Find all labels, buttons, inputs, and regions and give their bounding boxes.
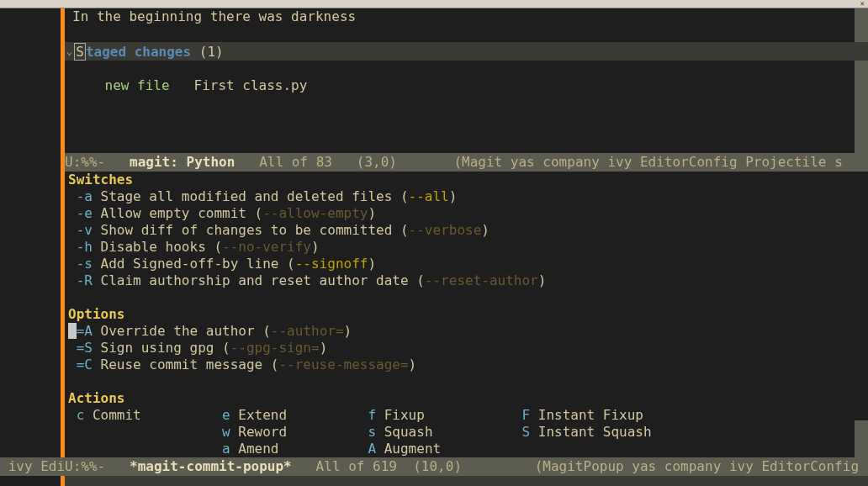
switch-key: -e xyxy=(68,205,101,221)
action-label: Commit xyxy=(93,407,214,423)
action-key: S xyxy=(514,424,538,440)
switches-header: Switches xyxy=(65,172,868,188)
action-item[interactable]: w Reword xyxy=(214,424,359,440)
action-label xyxy=(93,424,214,440)
option-row[interactable]: =C Reuse commit message (--reuse-message… xyxy=(65,357,868,373)
action-label: Instant Squash xyxy=(538,424,652,440)
action-item[interactable]: a Amend xyxy=(214,441,359,457)
option-key: =A xyxy=(77,323,101,339)
close-icon[interactable]: ✕ xyxy=(860,0,865,8)
action-item[interactable]: A Augment xyxy=(360,441,441,457)
staged-label: taged changes xyxy=(86,44,191,60)
minibuffer[interactable] xyxy=(65,476,868,486)
action-row: a Amend A Augment xyxy=(65,441,868,457)
switch-flag: --signoff xyxy=(295,256,368,272)
action-row: w Reword s Squash S Instant Squash xyxy=(65,424,868,441)
modeline-commit-popup: U:%%- *magit-commit-popup* All of 619 (1… xyxy=(65,457,868,476)
option-desc: Sign using gpg ( xyxy=(101,340,230,356)
switch-desc: Add Signed-off-by line ( xyxy=(101,256,295,272)
option-flag: --reuse-message= xyxy=(278,357,408,372)
action-label xyxy=(93,441,214,457)
cursor xyxy=(68,323,77,339)
head-commit-msg: In the beginning there was darkness xyxy=(65,8,868,25)
action-label: Extend xyxy=(238,407,360,423)
action-key: F xyxy=(514,407,538,423)
switch-desc: Claim authorship and reset author date ( xyxy=(101,272,425,288)
action-key: w xyxy=(214,424,238,440)
staged-file-row[interactable]: new file First class.py xyxy=(65,61,868,77)
action-item[interactable]: s Squash xyxy=(360,424,514,440)
switch-flag: --no-verify xyxy=(222,239,311,255)
file-status: new file xyxy=(105,77,170,93)
action-item xyxy=(68,441,214,457)
action-key xyxy=(68,424,93,440)
switch-flag: --allow-empty xyxy=(262,205,368,221)
action-item[interactable]: c Commit xyxy=(68,407,214,423)
action-row: c Commit e Extend f Fixup F Instant Fixu… xyxy=(65,407,868,424)
switch-row[interactable]: -s Add Signed-off-by line (--signoff) xyxy=(65,256,868,272)
action-item[interactable]: f Fixup xyxy=(360,407,514,423)
action-label: Reword xyxy=(238,424,360,440)
action-label: Amend xyxy=(238,441,360,457)
staged-count: (1) xyxy=(199,44,224,60)
action-label: Instant Fixup xyxy=(538,407,643,423)
action-key: A xyxy=(360,441,384,457)
switch-key: -h xyxy=(68,239,101,255)
action-key xyxy=(68,441,93,457)
options-header: Options xyxy=(65,306,868,323)
switch-key: -v xyxy=(68,222,101,238)
chevron-down-icon: ⌄ xyxy=(65,45,74,57)
switch-desc: Stage all modified and deleted files ( xyxy=(101,188,409,204)
action-key: c xyxy=(68,407,93,423)
window-titlebar: ✕ xyxy=(0,0,868,8)
switch-key: -s xyxy=(68,256,101,272)
action-label: Augment xyxy=(384,441,441,457)
option-key: =S xyxy=(68,340,101,356)
action-item[interactable]: S Instant Squash xyxy=(514,424,652,440)
switch-key: -R xyxy=(68,272,101,288)
switch-row[interactable]: -h Disable hooks (--no-verify) xyxy=(65,239,868,256)
modeline-left-truncated: ivy Edi xyxy=(0,457,65,476)
switch-desc: Allow empty commit ( xyxy=(101,205,263,221)
magit-status-pane: In the beginning there was darkness ⌄Sta… xyxy=(65,8,868,77)
action-item[interactable]: e Extend xyxy=(214,407,359,423)
option-flag: --author= xyxy=(271,323,344,339)
option-desc: Reuse commit message ( xyxy=(101,357,279,372)
action-key: f xyxy=(360,407,384,423)
action-key: e xyxy=(214,407,238,423)
action-item[interactable]: F Instant Fixup xyxy=(514,407,643,423)
option-row[interactable]: =A Override the author (--author=) xyxy=(65,323,868,340)
switch-flag: --verbose xyxy=(409,222,482,238)
switch-flag: --reset-author xyxy=(425,272,538,288)
action-key: a xyxy=(214,441,238,457)
staged-section-header[interactable]: ⌄Staged changes (1) xyxy=(65,42,868,61)
actions-header: Actions xyxy=(65,390,868,407)
action-label: Fixup xyxy=(384,407,514,423)
switch-row[interactable]: -v Show diff of changes to be committed … xyxy=(65,222,868,239)
switch-row[interactable]: -R Claim authorship and reset author dat… xyxy=(65,272,868,289)
switch-key: -a xyxy=(68,188,101,204)
modeline-magit-status: U:%%- magit: Python All of 83 (3,0) (Mag… xyxy=(65,153,868,172)
action-item xyxy=(68,424,214,440)
switch-desc: Show diff of changes to be committed ( xyxy=(101,222,409,238)
option-flag: --gpg-sign= xyxy=(230,340,320,356)
magit-commit-popup-pane: Switches -a Stage all modified and delet… xyxy=(65,172,868,457)
switch-flag: --all xyxy=(409,188,449,204)
option-desc: Override the author ( xyxy=(101,323,271,339)
file-name: First class.py xyxy=(170,77,308,93)
switch-desc: Disable hooks ( xyxy=(101,239,223,255)
switch-row[interactable]: -a Stage all modified and deleted files … xyxy=(65,188,868,205)
action-label: Squash xyxy=(384,424,514,440)
section-marker: S xyxy=(74,43,86,61)
option-row[interactable]: =S Sign using gpg (--gpg-sign=) xyxy=(65,340,868,357)
switch-row[interactable]: -e Allow empty commit (--allow-empty) xyxy=(65,205,868,222)
option-key: =C xyxy=(68,357,101,372)
action-key: s xyxy=(360,424,384,440)
